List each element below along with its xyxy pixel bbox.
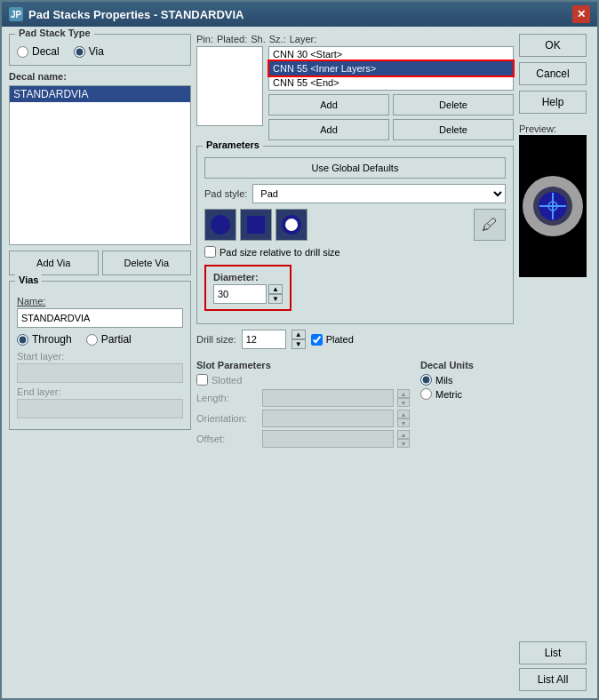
- through-radio-text: Through: [32, 333, 72, 346]
- custom-icon: 🖊: [482, 216, 498, 235]
- pad-stack-type-label: Pad Stack Type: [15, 28, 94, 38]
- partial-radio[interactable]: [86, 334, 98, 346]
- layer-preview-box: [196, 46, 263, 126]
- square-shape-btn[interactable]: [240, 209, 272, 241]
- list-all-button[interactable]: List All: [519, 668, 587, 691]
- preview-svg: [519, 135, 587, 277]
- list-button[interactable]: List: [519, 641, 587, 664]
- through-radio-label[interactable]: Through: [17, 333, 72, 346]
- length-up-btn: ▲: [397, 389, 410, 398]
- diameter-up-btn[interactable]: ▲: [268, 284, 283, 294]
- drill-input[interactable]: [242, 330, 286, 349]
- layer-add-btn[interactable]: Add: [268, 94, 389, 115]
- diameter-down-btn[interactable]: ▼: [268, 294, 283, 304]
- via-radio[interactable]: [74, 46, 85, 58]
- partial-radio-text: Partial: [101, 333, 132, 346]
- vias-title: Vias: [15, 274, 42, 285]
- add-via-button[interactable]: Add Via: [9, 251, 99, 275]
- pad-size-relative-checkbox[interactable]: [204, 246, 216, 258]
- vias-section: Vias Name: Through Partial Start layer:: [9, 281, 191, 430]
- layer-entry-end[interactable]: CNN 55 <End>: [269, 76, 513, 90]
- layer-entry-start[interactable]: CNN 30 <Start>: [269, 47, 513, 61]
- start-layer-label: Start layer:: [17, 351, 183, 362]
- metric-label: Metric: [435, 389, 462, 400]
- diameter-spinners: ▲ ▼: [268, 284, 283, 304]
- help-button[interactable]: Help: [519, 91, 587, 114]
- layer-list-area: CNN 30 <Start> CNN 55 <Inner Layers> CNN…: [268, 46, 514, 140]
- decal-radio-text: Decal: [32, 45, 60, 58]
- drill-row: Drill size: ▲ ▼ Plated: [196, 330, 514, 349]
- decal-radio-label[interactable]: Decal: [17, 45, 60, 58]
- layer-add-btn2[interactable]: Add: [268, 119, 389, 140]
- layer-delete-btn2[interactable]: Delete: [393, 119, 514, 140]
- decal-list-item[interactable]: STANDARDVIA: [10, 86, 190, 102]
- metric-radio[interactable]: [420, 388, 432, 400]
- orientation-label: Orientation:: [196, 413, 259, 424]
- orientation-down-btn: ▼: [397, 418, 410, 427]
- pad-style-select[interactable]: Pad Thermal Anti-Pad: [252, 184, 506, 203]
- right-panel: OK Cancel Help Preview:: [519, 34, 590, 691]
- diameter-label: Diameter:: [213, 272, 283, 282]
- drill-label: Drill size:: [196, 334, 236, 345]
- cancel-button[interactable]: Cancel: [519, 62, 587, 85]
- decal-listbox[interactable]: STANDARDVIA: [9, 85, 191, 245]
- left-panel: Pad Stack Type Decal Via Decal name: ST: [9, 34, 191, 691]
- decal-name-label: Decal name:: [9, 71, 191, 82]
- drill-down-btn[interactable]: ▼: [292, 339, 306, 349]
- center-panel: Pin: Plated: Sh. Sz.: Layer: CNN 30 <Sta…: [196, 34, 514, 691]
- offset-spin: ▲ ▼: [397, 430, 410, 448]
- slotted-check-row: Slotted: [196, 374, 410, 386]
- plated-check-label[interactable]: Plated: [311, 334, 354, 346]
- drill-up-btn[interactable]: ▲: [292, 330, 306, 339]
- end-layer-select: [17, 399, 183, 418]
- ring-shape-btn[interactable]: [276, 209, 307, 241]
- use-global-btn[interactable]: Use Global Defaults: [204, 157, 506, 179]
- decal-name-section: Decal name: STANDARDVIA: [9, 71, 191, 245]
- pad-style-row: Pad style: Pad Thermal Anti-Pad: [204, 184, 506, 203]
- orientation-input: [262, 410, 394, 427]
- slot-params-title: Slot Parameters: [196, 360, 410, 370]
- drill-spinners: ▲ ▼: [292, 330, 306, 349]
- start-layer-field: Start layer:: [17, 351, 183, 383]
- dialog-title: Pad Stacks Properties - STANDARDVIA: [28, 8, 244, 21]
- layer-delete-btn[interactable]: Delete: [393, 94, 514, 115]
- delete-via-button[interactable]: Delete Via: [102, 251, 192, 275]
- mils-radio[interactable]: [420, 374, 432, 386]
- layer-area: CNN 30 <Start> CNN 55 <Inner Layers> CNN…: [196, 46, 514, 140]
- partial-radio-label[interactable]: Partial: [86, 333, 132, 346]
- ok-button[interactable]: OK: [519, 34, 587, 57]
- plated-checkbox[interactable]: [311, 334, 323, 346]
- via-button-row: Add Via Delete Via: [9, 251, 191, 275]
- vias-name-input[interactable]: [17, 308, 183, 328]
- through-radio[interactable]: [17, 334, 28, 346]
- circle-icon: [211, 215, 230, 235]
- parameters-section: Parameters Use Global Defaults Pad style…: [196, 146, 514, 324]
- layer-list[interactable]: CNN 30 <Start> CNN 55 <Inner Layers> CNN…: [268, 46, 514, 91]
- end-layer-field: End layer:: [17, 386, 183, 418]
- decal-units-title: Decal Units: [420, 360, 514, 370]
- pad-size-relative-label: Pad size relative to drill size: [220, 247, 340, 258]
- slot-params-section: Slot Parameters Slotted Length: ▲ ▼: [196, 360, 410, 450]
- mils-radio-label[interactable]: Mils: [420, 374, 514, 386]
- via-radio-label[interactable]: Via: [74, 45, 104, 58]
- layer-entry-inner[interactable]: CNN 55 <Inner Layers>: [269, 61, 513, 76]
- diameter-input[interactable]: [213, 284, 267, 304]
- plated-label: Plated: [326, 334, 354, 345]
- ring-icon: [282, 215, 301, 235]
- type-radio-row: Decal Via: [17, 42, 183, 58]
- title-bar-left: JP Pad Stacks Properties - STANDARDVIA: [9, 7, 244, 21]
- slotted-checkbox[interactable]: [196, 374, 208, 386]
- content-area: Pad Stack Type Decal Via Decal name: ST: [2, 27, 597, 698]
- custom-shape-btn[interactable]: 🖊: [474, 209, 506, 241]
- slotted-label: Slotted: [212, 375, 242, 386]
- orientation-spin: ▲ ▼: [397, 410, 410, 427]
- pin-section: Pin: Plated: Sh. Sz.: Layer: CNN 30 <Sta…: [196, 34, 514, 140]
- close-button[interactable]: ✕: [572, 5, 590, 23]
- preview-canvas: [519, 135, 587, 277]
- offset-label: Offset:: [196, 434, 259, 444]
- metric-radio-label[interactable]: Metric: [420, 388, 514, 400]
- decal-radio[interactable]: [17, 46, 28, 58]
- length-spin: ▲ ▼: [397, 389, 410, 407]
- circle-shape-btn[interactable]: [204, 209, 236, 241]
- orientation-field: Orientation: ▲ ▼: [196, 410, 410, 427]
